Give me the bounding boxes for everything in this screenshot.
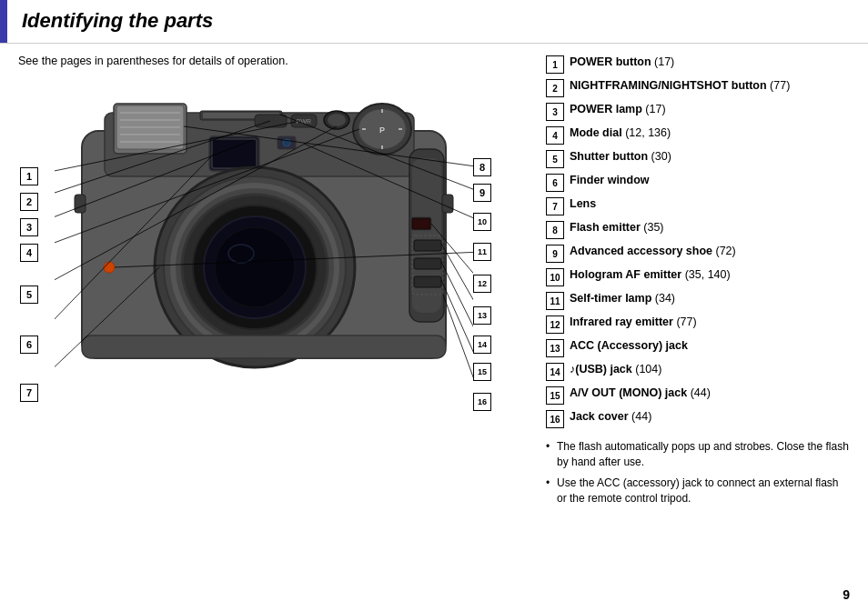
svg-text:P: P <box>379 125 385 135</box>
parts-list-item-3: 3POWER lamp (17) <box>546 102 850 121</box>
svg-point-35 <box>215 227 295 307</box>
part-description: A/V OUT (MONO) jack (44) <box>570 386 850 400</box>
part-number-badge: 9 <box>546 245 564 263</box>
svg-rect-46 <box>75 195 86 213</box>
part-number-badge: 1 <box>546 55 564 74</box>
parts-list-item-12: 12Infrared ray emitter (77) <box>546 315 850 334</box>
parts-list-item-1: 1POWER button (17) <box>546 55 850 74</box>
part-description: NIGHTFRAMING/NIGHTSHOT button (77) <box>570 78 850 93</box>
svg-rect-22 <box>255 115 287 127</box>
parts-list-item-9: 9Advanced accessory shoe (72) <box>546 244 850 263</box>
parts-list-item-14: 14♪(USB) jack (104) <box>546 362 850 381</box>
label-3: 3 <box>20 218 38 236</box>
description-text: See the pages in parentheses for details… <box>18 55 528 67</box>
part-description: Shutter button (30) <box>570 149 850 164</box>
svg-rect-45 <box>413 219 429 228</box>
camera-area: P PWR <box>18 76 491 422</box>
header-accent-bar <box>0 0 7 43</box>
label-2: 2 <box>20 193 38 211</box>
part-number-badge: 13 <box>546 339 564 357</box>
svg-rect-39 <box>82 336 446 358</box>
part-description: Finder window <box>570 173 850 187</box>
label-14: 14 <box>473 336 491 354</box>
parts-list-item-11: 11Self-timer lamp (34) <box>546 291 850 310</box>
label-5: 5 <box>20 285 38 304</box>
notes-section: The flash automatically pops up and stro… <box>546 439 850 507</box>
label-12: 12 <box>473 275 491 293</box>
svg-point-19 <box>328 114 346 126</box>
part-number-badge: 8 <box>546 221 564 239</box>
parts-list-item-16: 16Jack cover (44) <box>546 409 850 428</box>
right-panel: 1POWER button (17)2NIGHTFRAMING/NIGHTSHO… <box>528 55 850 600</box>
parts-list-item-8: 8Flash emitter (35) <box>546 220 850 239</box>
part-description: Self-timer lamp (34) <box>570 291 850 306</box>
part-number-badge: 2 <box>546 79 564 97</box>
part-description: Flash emitter (35) <box>570 220 850 235</box>
note-item-2: Use the ACC (accessory) jack to connect … <box>546 476 850 507</box>
svg-line-63 <box>443 295 473 402</box>
part-number-badge: 5 <box>546 150 564 168</box>
svg-point-28 <box>104 262 115 273</box>
label-15: 15 <box>473 363 491 381</box>
part-description: Lens <box>570 196 850 211</box>
label-16: 16 <box>473 393 491 411</box>
camera-illustration: P PWR <box>55 76 473 404</box>
part-description: POWER button (17) <box>570 55 850 69</box>
parts-list-item-4: 4Mode dial (12, 136) <box>546 125 850 145</box>
label-11: 11 <box>473 243 491 261</box>
part-number-badge: 10 <box>546 268 564 286</box>
part-number-badge: 3 <box>546 103 564 121</box>
part-description: Mode dial (12, 136) <box>570 125 850 140</box>
parts-list: 1POWER button (17)2NIGHTFRAMING/NIGHTSHO… <box>546 55 850 428</box>
parts-list-item-13: 13ACC (Accessory) jack <box>546 338 850 357</box>
part-description: Advanced accessory shoe (72) <box>570 244 850 258</box>
header: Identifying the parts <box>0 0 868 44</box>
part-description: ACC (Accessory) jack <box>570 338 850 353</box>
part-description: Jack cover (44) <box>570 409 850 424</box>
part-number-badge: 16 <box>546 410 564 428</box>
label-1: 1 <box>20 167 38 185</box>
note-item-1: The flash automatically pops up and stro… <box>546 439 850 471</box>
svg-rect-42 <box>414 276 441 287</box>
part-description: ♪(USB) jack (104) <box>570 362 850 376</box>
svg-rect-40 <box>414 240 441 251</box>
label-4: 4 <box>20 244 38 262</box>
part-number-badge: 4 <box>546 126 564 145</box>
part-number-badge: 6 <box>546 174 564 192</box>
label-7: 7 <box>20 384 38 402</box>
parts-list-item-15: 15A/V OUT (MONO) jack (44) <box>546 386 850 405</box>
label-13: 13 <box>473 306 491 325</box>
parts-list-item-10: 10Hologram AF emitter (35, 140) <box>546 267 850 286</box>
parts-list-item-6: 6Finder window <box>546 173 850 192</box>
part-number-badge: 11 <box>546 292 564 310</box>
svg-rect-47 <box>442 195 453 213</box>
part-description: POWER lamp (17) <box>570 102 850 116</box>
label-9: 9 <box>473 184 491 202</box>
part-number-badge: 7 <box>546 197 564 215</box>
part-number-badge: 15 <box>546 386 564 405</box>
part-number-badge: 12 <box>546 316 564 334</box>
part-description: Infrared ray emitter (77) <box>570 315 850 329</box>
main-content: See the pages in parentheses for details… <box>0 44 868 611</box>
part-description: Hologram AF emitter (35, 140) <box>570 267 850 282</box>
left-panel: See the pages in parentheses for details… <box>18 55 528 600</box>
label-6: 6 <box>20 336 38 354</box>
page-number: 9 <box>843 587 850 602</box>
page-title: Identifying the parts <box>7 0 227 43</box>
parts-list-item-5: 5Shutter button (30) <box>546 149 850 168</box>
parts-list-item-2: 2NIGHTFRAMING/NIGHTSHOT button (77) <box>546 78 850 97</box>
part-number-badge: 14 <box>546 363 564 381</box>
label-8: 8 <box>473 158 491 176</box>
parts-list-item-7: 7Lens <box>546 196 850 215</box>
svg-rect-41 <box>414 258 441 269</box>
label-10: 10 <box>473 213 491 231</box>
